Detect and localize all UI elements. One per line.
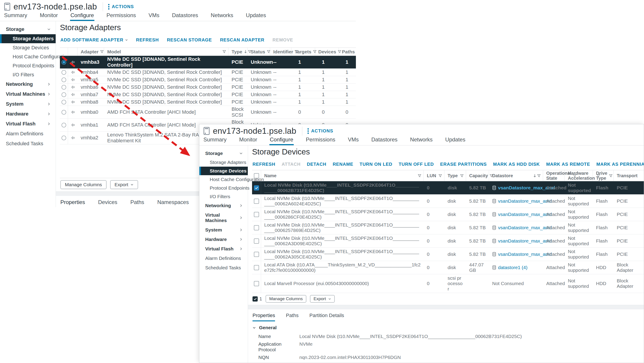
radio-button[interactable] (62, 110, 66, 114)
device-row-5[interactable]: Local NVMe Disk (t10.NVMe____INTEL_SSDPF… (252, 248, 644, 261)
tab-networks[interactable]: Networks (410, 136, 433, 145)
column-header-model[interactable]: Model (104, 48, 228, 56)
tab-datastores[interactable]: Datastores (172, 12, 198, 21)
device-row-1[interactable]: Local NVMe Disk (t10.NVMe____INTEL_SSDPF… (252, 194, 644, 208)
checkbox[interactable] (254, 225, 259, 230)
tab-updates[interactable]: Updates (246, 12, 266, 21)
device-row-4[interactable]: Local NVMe Disk (t10.NVMe____INTEL_SSDPF… (252, 234, 644, 248)
toolbar-rescan-storage[interactable]: RESCAN STORAGE (167, 38, 212, 42)
sidebar-group-system[interactable]: System (0, 99, 56, 109)
toolbar-refresh[interactable]: REFRESH (136, 38, 159, 42)
tab-vms[interactable]: VMs (148, 12, 160, 21)
sidebar-group-networking[interactable]: Networking (0, 79, 56, 89)
toolbar-turn-on-led[interactable]: TURN ON LED (360, 162, 392, 167)
column-header-adapter[interactable]: Adapter (78, 48, 104, 56)
device-row-0[interactable]: Local NVMe Disk (t10.NVMe____INTEL_SSDPF… (252, 181, 644, 194)
detail-tab-namespaces[interactable]: Namespaces (157, 199, 189, 207)
sidebar-group-networking[interactable]: Networking (199, 201, 248, 210)
general-section-header[interactable]: General (252, 325, 644, 330)
manage-columns-button[interactable]: Manage Columns (266, 295, 306, 303)
export-button[interactable]: Export (110, 180, 138, 189)
column-header-status[interactable]: Status (248, 48, 270, 56)
sidebar-group-storage[interactable]: Storage (199, 148, 248, 158)
radio-button[interactable] (62, 78, 66, 82)
sidebar-item-alarm-definitions[interactable]: Alarm Definitions (199, 254, 248, 263)
datastore-link[interactable]: datastore1 (4) (498, 265, 528, 270)
device-row-2[interactable]: Local NVMe Disk (t10.NVMe____INTEL_SSDPF… (252, 208, 644, 221)
tab-networks[interactable]: Networks (210, 12, 234, 21)
tab-monitor[interactable]: Monitor (40, 12, 58, 21)
tab-datastores[interactable]: Datastores (371, 136, 398, 145)
sidebar-item-scheduled-tasks[interactable]: Scheduled Tasks (199, 263, 248, 272)
checkbox[interactable] (254, 252, 259, 257)
toolbar-rename[interactable]: RENAME (333, 162, 353, 167)
radio-button[interactable] (62, 70, 66, 75)
toolbar-mark-as-remote[interactable]: MARK AS REMOTE (546, 162, 590, 167)
sidebar-group-virtual-machines[interactable]: Virtual Machines (0, 89, 56, 99)
sidebar-item-storage-adapters[interactable]: Storage Adapters (0, 34, 56, 43)
detail-tab-partition-details[interactable]: Partition Details (310, 312, 344, 321)
radio-button[interactable] (62, 123, 66, 128)
sidebar-item-protocol-endpoints[interactable]: Protocol Endpoints (199, 184, 248, 192)
tab-vms[interactable]: VMs (347, 136, 359, 145)
device-row-3[interactable]: Local NVMe Disk (t10.NVMe____INTEL_SSDPF… (252, 221, 644, 234)
tab-configure[interactable]: Configure (270, 136, 294, 145)
device-row-6[interactable]: Local ATA Disk (t10.ATA_____ThinkSystem_… (252, 261, 644, 274)
device-row-7[interactable]: Local Marvell Processor (eui.00504300000… (252, 274, 644, 293)
sidebar-item-i-o-filters[interactable]: I/O Filters (0, 70, 56, 79)
radio-button[interactable] (62, 92, 66, 97)
export-button[interactable]: Export (310, 295, 335, 303)
column-header-drive-type[interactable]: Drive Type (593, 170, 614, 181)
sidebar-group-hardware[interactable]: Hardware (199, 235, 248, 244)
toolbar-mark-as-hdd-disk[interactable]: MARK AS HDD DISK (493, 162, 540, 167)
radio-button[interactable] (62, 100, 66, 104)
toolbar-mark-as-perennially-reserved[interactable]: MARK AS PERENNIALLY RESERVED (596, 162, 644, 167)
adapter-row-vmhba7[interactable]: vmhba7NVMe DC SSD [3DNAND, Sentinel Rock… (60, 91, 356, 98)
radio-button[interactable] (62, 60, 66, 65)
sidebar-group-system[interactable]: System (199, 225, 248, 235)
toolbar-detach[interactable]: DETACH (307, 162, 326, 167)
manage-columns-button[interactable]: Manage Columns (60, 180, 106, 189)
column-header-paths[interactable]: Paths (339, 48, 356, 56)
sidebar-item-i-o-filters[interactable]: I/O Filters (199, 192, 248, 201)
column-header-targets[interactable]: Targets (292, 48, 315, 56)
adapter-row-vmhba5[interactable]: vmhba5NVMe DC SSD [3DNAND, Sentinel Rock… (60, 76, 356, 84)
column-header-devices[interactable]: Devices (315, 48, 339, 56)
selection-count-checkbox[interactable] (252, 296, 258, 302)
select-all-checkbox[interactable] (254, 173, 259, 178)
sidebar-group-virtual-flash[interactable]: Virtual Flash (0, 119, 56, 129)
tab-summary[interactable]: Summary (203, 136, 227, 145)
detail-tab-properties[interactable]: Properties (60, 199, 85, 207)
adapter-row-vmhba3[interactable]: vmhba3NVMe DC SSD [3DNAND, Sentinel Rock… (60, 56, 356, 69)
detail-tab-paths[interactable]: Paths (286, 312, 298, 321)
tab-configure[interactable]: Configure (70, 12, 94, 21)
radio-button[interactable] (62, 85, 66, 90)
sidebar-item-storage-devices[interactable]: Storage Devices (199, 167, 248, 175)
actions-button[interactable]: ACTIONS (108, 4, 134, 10)
actions-button[interactable]: ACTIONS (307, 128, 333, 134)
checkbox[interactable] (254, 281, 259, 286)
column-header-datastore[interactable]: Datastore (489, 170, 543, 181)
sidebar-group-hardware[interactable]: Hardware (0, 109, 56, 119)
detail-tab-properties[interactable]: Properties (252, 312, 275, 321)
column-header-lun[interactable]: LUN (424, 170, 444, 181)
toolbar-rescan-adapter[interactable]: RESCAN ADAPTER (220, 38, 264, 42)
checkbox[interactable] (254, 265, 259, 270)
sidebar-item-host-cache-configuration[interactable]: Host Cache Configuration (199, 175, 248, 184)
checkbox[interactable] (254, 212, 259, 217)
sidebar-group-virtual-machines[interactable]: Virtual Machines (199, 210, 248, 225)
radio-button[interactable] (62, 136, 66, 140)
sidebar-item-storage-devices[interactable]: Storage Devices (0, 43, 56, 52)
toolbar-erase-partitions[interactable]: ERASE PARTITIONS (440, 162, 487, 167)
column-header-type[interactable]: Type (228, 48, 248, 56)
toolbar-add-software-adapter[interactable]: ADD SOFTWARE ADAPTER (60, 38, 128, 42)
column-header-transport[interactable]: Transport (614, 170, 644, 181)
sidebar-item-storage-adapters[interactable]: Storage Adapters (199, 158, 248, 167)
adapter-row-vmhba6[interactable]: vmhba6NVMe DC SSD [3DNAND, Sentinel Rock… (60, 84, 356, 91)
tab-permissions[interactable]: Permissions (106, 12, 136, 21)
sidebar-group-virtual-flash[interactable]: Virtual Flash (199, 244, 248, 254)
checkbox[interactable] (254, 198, 259, 204)
tab-monitor[interactable]: Monitor (239, 136, 258, 145)
column-header-name[interactable]: Name (261, 170, 424, 181)
sidebar-item-protocol-endpoints[interactable]: Protocol Endpoints (0, 61, 56, 70)
